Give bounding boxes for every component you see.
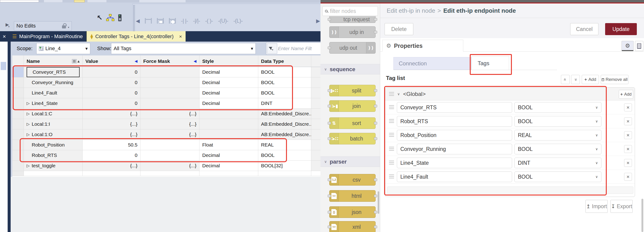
export-button[interactable]: ↧ Export bbox=[610, 200, 633, 213]
cell-name[interactable]: Robot_Position bbox=[24, 140, 82, 150]
column-header-style[interactable]: Style bbox=[200, 55, 258, 67]
filter-funnel-icon[interactable]: ▾ bbox=[267, 43, 277, 54]
table-row[interactable]: Conveyor_RTS0DecimalBOOL bbox=[12, 67, 322, 77]
collapsed-panel-edge[interactable] bbox=[8, 42, 11, 232]
row-selector[interactable] bbox=[12, 140, 24, 150]
output-port[interactable] bbox=[374, 31, 377, 33]
sort-options-icon[interactable] bbox=[72, 59, 76, 63]
cell-force-mask[interactable] bbox=[140, 67, 200, 77]
tag-name-input[interactable]: Robot_RTS bbox=[397, 116, 512, 127]
ote-instruction-icon[interactable]: -( )- bbox=[205, 17, 213, 24]
run-mode-button[interactable]: ▶▾ bbox=[6, 22, 12, 29]
tag-type-select[interactable]: BOOL∨ bbox=[514, 116, 602, 127]
name-filter-field[interactable]: ▾ Enter Name Filt bbox=[266, 42, 321, 54]
output-port[interactable] bbox=[374, 211, 377, 214]
properties-section-tab[interactable]: ⚙ Properties bbox=[382, 40, 463, 51]
cell-force-mask[interactable]: {...} bbox=[140, 161, 200, 171]
cell-style[interactable]: Decimal bbox=[200, 77, 258, 88]
expand-icon[interactable]: ▷ bbox=[26, 111, 32, 116]
row-selector[interactable] bbox=[12, 88, 24, 98]
remove-tag-button[interactable]: × bbox=[624, 173, 632, 181]
cell-style[interactable]: Float bbox=[200, 140, 258, 150]
cell-style[interactable]: Decimal bbox=[200, 98, 258, 108]
column-header-data-type[interactable]: Data Type bbox=[258, 55, 311, 67]
cell-style[interactable]: Decimal bbox=[200, 150, 258, 160]
cell-name[interactable]: ▷Local:1:O bbox=[24, 129, 82, 140]
cell-force-mask[interactable] bbox=[140, 140, 200, 150]
input-port[interactable] bbox=[328, 211, 331, 214]
close-tab-icon[interactable]: × bbox=[179, 34, 182, 39]
customize-column-icon[interactable]: ◀ bbox=[135, 59, 138, 63]
palette-node-tcp-request[interactable]: tcp request bbox=[329, 16, 376, 23]
cell-value[interactable]: {...} bbox=[82, 129, 140, 140]
tag-name-cell[interactable]: Robot_RTS bbox=[26, 150, 80, 160]
tag-name-cell[interactable]: ▷Local:1:C bbox=[26, 109, 80, 119]
cell-data-type[interactable]: BOOL bbox=[258, 88, 311, 98]
table-row[interactable]: ▷test_toggle{...}{...}DecimalBOOL[32] bbox=[12, 161, 322, 171]
table-row[interactable]: ▷Line4_State0DecimalDINT bbox=[12, 98, 322, 109]
table-row[interactable]: Robot_RTS0DecimalBOOL bbox=[12, 150, 322, 161]
xic-instruction-icon[interactable]: -| |- bbox=[181, 17, 188, 24]
drag-handle-icon[interactable] bbox=[389, 119, 394, 123]
otu-instruction-icon[interactable]: -(U)- bbox=[218, 17, 228, 24]
cell-value[interactable]: 0 bbox=[82, 98, 140, 108]
cell-data-type[interactable]: BOOL bbox=[258, 67, 311, 77]
xio-instruction-icon[interactable]: -|/|- bbox=[193, 17, 200, 24]
cell-data-type[interactable]: REAL bbox=[258, 140, 311, 150]
cancel-button[interactable]: Cancel bbox=[570, 23, 598, 35]
input-port[interactable] bbox=[328, 89, 331, 92]
palette-section-sequence[interactable]: ∨sequence bbox=[320, 64, 380, 74]
cell-style[interactable]: Decimal bbox=[200, 88, 258, 98]
output-port[interactable] bbox=[374, 178, 377, 181]
customize-column-icon[interactable]: ◀ bbox=[194, 59, 196, 63]
palette-scrollbar[interactable] bbox=[378, 191, 379, 214]
tag-name-cell[interactable]: Conveyor_Running bbox=[26, 77, 80, 88]
drag-handle-icon[interactable] bbox=[389, 175, 394, 178]
delete-button[interactable]: Delete bbox=[384, 23, 413, 35]
tag-type-select[interactable]: DINT∨ bbox=[514, 158, 602, 168]
drag-handle-icon[interactable] bbox=[389, 133, 394, 137]
expand-icon[interactable]: ▷ bbox=[26, 101, 32, 106]
output-port[interactable] bbox=[374, 105, 377, 107]
column-header-force-mask[interactable]: Force Mask ◀ bbox=[140, 55, 200, 67]
column-header-value[interactable]: Value ◀ bbox=[82, 55, 140, 67]
cell-force-mask[interactable] bbox=[140, 77, 200, 88]
input-port[interactable] bbox=[328, 18, 331, 21]
cell-data-type[interactable]: AB:Embedded_Discre... bbox=[258, 109, 311, 119]
rung-instruction-icon[interactable] bbox=[145, 18, 152, 23]
network-config-icon[interactable] bbox=[106, 14, 114, 21]
row-selector[interactable] bbox=[12, 150, 24, 160]
palette-node-sort[interactable]: ⇅sort bbox=[329, 117, 376, 129]
cell-style[interactable]: Decimal bbox=[200, 67, 258, 77]
tag-name-input[interactable]: Line4_Fault bbox=[397, 172, 512, 182]
tag-name-cell[interactable]: ▷Line4_State bbox=[26, 98, 80, 108]
scope-select[interactable]: Line_4 ▼ bbox=[36, 43, 90, 54]
rung-branch-instruction-icon[interactable] bbox=[157, 18, 164, 23]
expand-icon[interactable]: ▷ bbox=[26, 163, 32, 168]
cell-value[interactable]: 50.5 bbox=[82, 140, 140, 150]
cell-force-mask[interactable] bbox=[140, 150, 200, 160]
drag-handle-icon[interactable] bbox=[389, 147, 394, 151]
cell-value[interactable]: 0 bbox=[82, 88, 140, 98]
cell-force-mask[interactable] bbox=[140, 88, 200, 98]
tag-name-input[interactable]: Conveyor_RTS bbox=[397, 102, 512, 113]
cell-name[interactable]: Conveyor_RTS bbox=[24, 67, 82, 77]
cell-data-type[interactable]: BOOL bbox=[258, 150, 311, 160]
palette-node-join[interactable]: ∷▸▮join bbox=[329, 100, 376, 112]
output-port[interactable] bbox=[374, 137, 377, 140]
scroll-left-icon[interactable]: ◀ bbox=[136, 18, 140, 24]
add-tag-button[interactable]: +Add bbox=[582, 75, 599, 84]
output-port[interactable] bbox=[374, 89, 377, 92]
tag-type-select[interactable]: BOOL∨ bbox=[514, 172, 602, 182]
cell-name[interactable]: Line4_Fault bbox=[24, 88, 82, 98]
otl-instruction-icon[interactable]: -(L)- bbox=[233, 17, 242, 24]
drag-handle-icon[interactable] bbox=[389, 105, 394, 109]
cell-value[interactable]: {...} bbox=[82, 161, 140, 171]
move-down-button[interactable]: « bbox=[571, 75, 580, 84]
tab-connection[interactable]: Connection bbox=[394, 57, 471, 70]
input-port[interactable] bbox=[328, 137, 331, 140]
output-port[interactable] bbox=[374, 195, 377, 197]
palette-node-split[interactable]: ▮▸∷split bbox=[329, 85, 376, 96]
palette-node-html[interactable]: <>html bbox=[329, 190, 376, 202]
input-port[interactable] bbox=[328, 46, 331, 49]
